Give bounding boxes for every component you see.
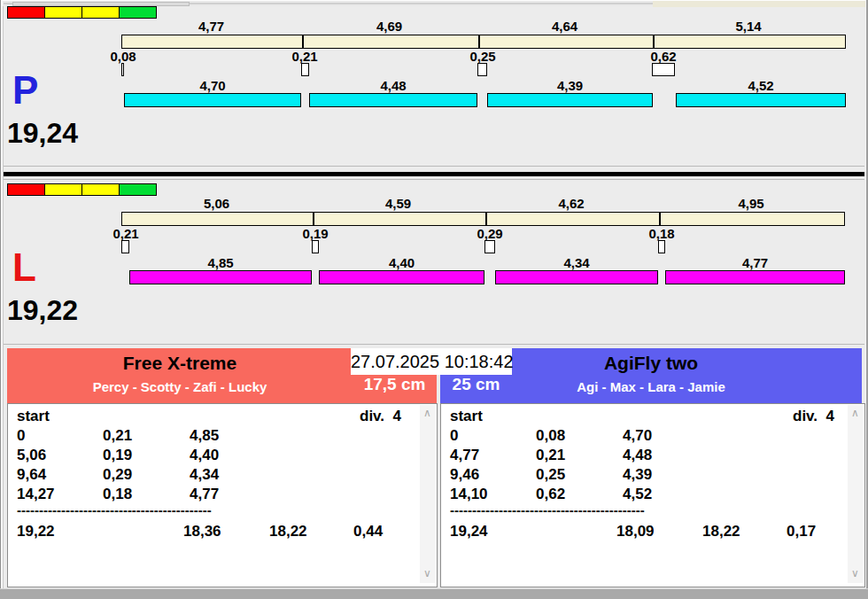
yellow-light-block <box>81 6 120 19</box>
changeover-loss-label: 0,25 <box>452 50 514 64</box>
lane-total-time: 19,24 <box>7 118 78 148</box>
scroll-up-icon[interactable]: ∧ <box>848 407 863 421</box>
horizontal-scrollbar[interactable] <box>0 0 868 6</box>
dog-run-label: 4,70 <box>124 79 301 93</box>
changeover-loss-label: 0,21 <box>95 227 157 241</box>
table-separator: ----------------------------------------… <box>450 502 707 517</box>
dog-run-bar <box>676 93 846 107</box>
segment-tick <box>478 35 480 48</box>
table-start-label: start <box>17 408 50 425</box>
result-table-left[interactable]: start div. 4 00,214,855,060,194,409,640,… <box>7 403 438 587</box>
split-time-label: 5,06 <box>121 197 312 211</box>
split-time-label: 4,95 <box>658 197 844 211</box>
panel-separator-line <box>4 166 864 167</box>
table-scrollbar[interactable]: ∧ ∨ <box>848 405 863 583</box>
panel-separator-line <box>4 344 864 345</box>
changeover-loss-box <box>121 240 129 253</box>
run-time: 4,70 <box>623 427 652 445</box>
jump-height-badge: 17,5 cm <box>353 375 437 394</box>
window-bottom-bar <box>0 588 868 599</box>
dog-run-label: 4,77 <box>665 256 845 270</box>
lane-panel-l: L 19,22 5,060,214,854,590,194,404,620,29… <box>7 183 847 345</box>
segment-tick <box>313 213 314 225</box>
split-time-label: 4,59 <box>312 197 484 211</box>
dog-run-bar <box>309 93 477 107</box>
changeover-time: 0,62 <box>536 486 565 503</box>
dog-run-bar <box>124 93 301 107</box>
sum-run-times: 18,36 <box>183 523 221 541</box>
changeover-time: 0,21 <box>103 427 132 445</box>
cumulative-time: 0 <box>17 427 25 445</box>
run-time: 4,34 <box>190 466 219 484</box>
table-division-label: div. 4 <box>793 408 834 425</box>
table-start-label: start <box>450 408 483 425</box>
run-time: 4,77 <box>190 486 219 503</box>
changeover-loss-label: 0,19 <box>284 227 346 241</box>
dog-run-label: 4,40 <box>319 256 484 270</box>
changeover-loss-box <box>477 63 487 76</box>
changeover-time: 0,25 <box>536 466 565 484</box>
red-light-block <box>7 183 45 196</box>
table-scrollbar[interactable]: ∧ ∨ <box>420 405 435 583</box>
changeover-loss-label: 0,18 <box>631 227 693 241</box>
result-table-right[interactable]: start div. 4 00,084,704,770,214,489,460,… <box>440 403 865 587</box>
split-time-label: 4,62 <box>484 197 658 211</box>
lane-divider <box>4 172 864 176</box>
lane-panel-p: P 19,24 4,770,084,704,690,214,484,640,25… <box>7 6 847 167</box>
dog-run-bar <box>665 270 845 284</box>
changeover-time: 0,19 <box>103 447 132 464</box>
dog-run-label: 4,34 <box>495 256 658 270</box>
changeover-loss-label: 0,21 <box>274 50 336 64</box>
timing-app-window: P 19,24 4,770,084,704,690,214,484,640,25… <box>0 0 868 599</box>
yellow-light-block <box>81 183 120 196</box>
changeover-time: 0,18 <box>103 486 132 503</box>
changeover-loss-label: 0,62 <box>632 50 694 64</box>
red-light-block <box>7 6 45 19</box>
split-time-label: 4,64 <box>477 19 652 34</box>
total-time: 19,24 <box>450 523 488 541</box>
changeover-time: 0,29 <box>103 466 132 484</box>
segment-tick <box>302 35 304 48</box>
split-time-label: 4,69 <box>301 19 477 34</box>
jump-height-badge: 25 cm <box>443 375 509 394</box>
changeover-loss-box <box>301 63 309 76</box>
split-time-label: 5,14 <box>652 19 845 34</box>
reference-time: 18,22 <box>269 523 307 541</box>
scroll-up-icon[interactable]: ∧ <box>420 407 435 421</box>
dog-run-label: 4,39 <box>487 79 653 93</box>
green-light-block <box>119 6 157 19</box>
segment-tick <box>653 35 655 48</box>
changeover-loss-box <box>121 63 124 76</box>
run-time: 4,85 <box>190 427 219 445</box>
split-time-bar <box>121 35 846 49</box>
run-time: 4,52 <box>623 486 652 503</box>
cumulative-time: 0 <box>450 427 458 445</box>
run-time: 4,48 <box>623 447 652 464</box>
total-time: 19,22 <box>17 523 55 541</box>
cumulative-time: 14,10 <box>450 486 488 503</box>
team-dogs: Percy - Scotty - Zafi - Lucky <box>7 379 353 394</box>
segment-tick <box>485 213 487 225</box>
table-separator: ----------------------------------------… <box>17 502 274 517</box>
run-time: 4,39 <box>623 466 652 484</box>
traffic-light-legend <box>7 6 157 19</box>
scroll-down-icon[interactable]: ∨ <box>848 567 863 581</box>
yellow-light-block <box>44 6 82 19</box>
traffic-light-legend <box>7 183 157 196</box>
run-time: 4,40 <box>190 447 219 464</box>
split-time-label: 4,77 <box>121 19 301 34</box>
table-division-label: div. 4 <box>360 408 401 425</box>
lane-letter: L <box>12 247 36 288</box>
changeover-loss-box <box>652 63 675 76</box>
window-border-left-inner <box>3 6 4 588</box>
time-difference: 0,44 <box>353 523 383 541</box>
scroll-down-icon[interactable]: ∨ <box>420 567 435 581</box>
panel-separator-line <box>4 179 864 180</box>
split-time-bar <box>121 212 845 226</box>
team-name: Free X-treme <box>7 353 353 374</box>
dog-run-bar <box>319 270 484 284</box>
lane-letter: P <box>12 70 38 111</box>
cumulative-time: 9,46 <box>450 466 479 484</box>
cumulative-time: 14,27 <box>17 486 55 503</box>
dog-run-bar <box>129 270 312 284</box>
